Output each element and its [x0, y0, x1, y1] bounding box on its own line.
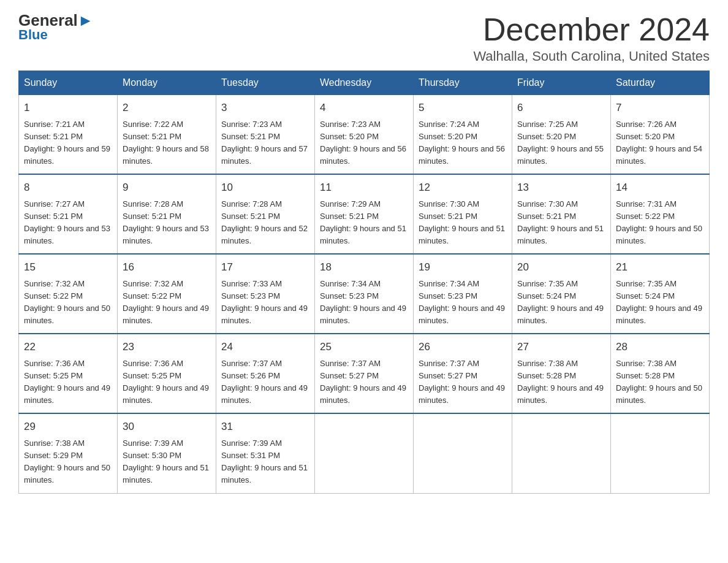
calendar-cell: 27Sunrise: 7:38 AMSunset: 5:28 PMDayligh…: [512, 334, 611, 413]
day-number: 31: [221, 419, 309, 435]
day-number: 22: [24, 339, 112, 355]
day-info: Sunrise: 7:27 AMSunset: 5:21 PMDaylight:…: [24, 198, 112, 248]
calendar-subtitle: Walhalla, South Carolina, United States: [473, 48, 710, 64]
calendar-cell: 7Sunrise: 7:26 AMSunset: 5:20 PMDaylight…: [611, 95, 710, 175]
day-info: Sunrise: 7:23 AMSunset: 5:21 PMDaylight:…: [221, 118, 309, 168]
calendar-cell: 19Sunrise: 7:34 AMSunset: 5:23 PMDayligh…: [414, 254, 512, 334]
day-number: 28: [616, 339, 704, 355]
calendar-cell: 28Sunrise: 7:38 AMSunset: 5:28 PMDayligh…: [611, 334, 710, 413]
page-header: General► Blue December 2024 Walhalla, So…: [18, 12, 710, 64]
day-number: 15: [24, 259, 112, 275]
calendar-week-2: 8Sunrise: 7:27 AMSunset: 5:21 PMDaylight…: [19, 174, 710, 254]
day-info: Sunrise: 7:37 AMSunset: 5:26 PMDaylight:…: [221, 358, 309, 407]
day-number: 7: [616, 100, 704, 116]
logo-blue-text: Blue: [18, 27, 48, 43]
calendar-cell: 15Sunrise: 7:32 AMSunset: 5:22 PMDayligh…: [19, 254, 118, 334]
day-number: 26: [419, 339, 507, 355]
calendar-week-4: 22Sunrise: 7:36 AMSunset: 5:25 PMDayligh…: [19, 334, 710, 413]
day-number: 30: [123, 419, 211, 435]
day-number: 12: [419, 180, 507, 196]
day-number: 6: [517, 100, 605, 116]
weekday-header-monday: Monday: [118, 71, 216, 95]
day-info: Sunrise: 7:32 AMSunset: 5:22 PMDaylight:…: [24, 278, 112, 327]
calendar-cell: [315, 413, 414, 493]
calendar-cell: 24Sunrise: 7:37 AMSunset: 5:26 PMDayligh…: [216, 334, 315, 413]
logo-general-text: General►: [18, 12, 94, 28]
calendar-cell: 13Sunrise: 7:30 AMSunset: 5:21 PMDayligh…: [512, 174, 611, 254]
calendar-cell: 4Sunrise: 7:23 AMSunset: 5:20 PMDaylight…: [315, 95, 414, 175]
weekday-header-tuesday: Tuesday: [216, 71, 315, 95]
calendar-cell: [611, 413, 710, 493]
day-info: Sunrise: 7:24 AMSunset: 5:20 PMDaylight:…: [419, 118, 507, 168]
day-info: Sunrise: 7:26 AMSunset: 5:20 PMDaylight:…: [616, 118, 704, 168]
day-number: 21: [616, 259, 704, 275]
calendar-cell: 6Sunrise: 7:25 AMSunset: 5:20 PMDaylight…: [512, 95, 611, 175]
day-number: 11: [320, 180, 408, 196]
calendar-cell: 5Sunrise: 7:24 AMSunset: 5:20 PMDaylight…: [414, 95, 512, 175]
calendar-cell: 14Sunrise: 7:31 AMSunset: 5:22 PMDayligh…: [611, 174, 710, 254]
day-number: 10: [221, 180, 309, 196]
calendar-cell: 22Sunrise: 7:36 AMSunset: 5:25 PMDayligh…: [19, 334, 118, 413]
logo: General► Blue: [18, 12, 94, 43]
calendar-week-3: 15Sunrise: 7:32 AMSunset: 5:22 PMDayligh…: [19, 254, 710, 334]
calendar-table: SundayMondayTuesdayWednesdayThursdayFrid…: [18, 71, 710, 493]
weekday-header-sunday: Sunday: [19, 71, 118, 95]
calendar-week-5: 29Sunrise: 7:38 AMSunset: 5:29 PMDayligh…: [19, 413, 710, 493]
day-number: 8: [24, 180, 112, 196]
day-number: 20: [517, 259, 605, 275]
day-info: Sunrise: 7:28 AMSunset: 5:21 PMDaylight:…: [123, 198, 211, 248]
calendar-week-1: 1Sunrise: 7:21 AMSunset: 5:21 PMDaylight…: [19, 95, 710, 175]
calendar-cell: 3Sunrise: 7:23 AMSunset: 5:21 PMDaylight…: [216, 95, 315, 175]
title-block: December 2024 Walhalla, South Carolina, …: [473, 12, 710, 64]
calendar-cell: 31Sunrise: 7:39 AMSunset: 5:31 PMDayligh…: [216, 413, 315, 493]
day-info: Sunrise: 7:21 AMSunset: 5:21 PMDaylight:…: [24, 118, 112, 168]
day-info: Sunrise: 7:33 AMSunset: 5:23 PMDaylight:…: [221, 278, 309, 327]
weekday-header-wednesday: Wednesday: [315, 71, 414, 95]
day-info: Sunrise: 7:29 AMSunset: 5:21 PMDaylight:…: [320, 198, 408, 248]
day-info: Sunrise: 7:34 AMSunset: 5:23 PMDaylight:…: [320, 278, 408, 327]
calendar-cell: 25Sunrise: 7:37 AMSunset: 5:27 PMDayligh…: [315, 334, 414, 413]
day-number: 29: [24, 419, 112, 435]
day-info: Sunrise: 7:38 AMSunset: 5:28 PMDaylight:…: [616, 358, 704, 407]
calendar-cell: [414, 413, 512, 493]
calendar-cell: [512, 413, 611, 493]
day-number: 18: [320, 259, 408, 275]
day-info: Sunrise: 7:35 AMSunset: 5:24 PMDaylight:…: [616, 278, 704, 327]
day-info: Sunrise: 7:37 AMSunset: 5:27 PMDaylight:…: [419, 358, 507, 407]
calendar-cell: 30Sunrise: 7:39 AMSunset: 5:30 PMDayligh…: [118, 413, 216, 493]
day-info: Sunrise: 7:39 AMSunset: 5:30 PMDaylight:…: [123, 437, 211, 487]
calendar-cell: 16Sunrise: 7:32 AMSunset: 5:22 PMDayligh…: [118, 254, 216, 334]
day-info: Sunrise: 7:36 AMSunset: 5:25 PMDaylight:…: [123, 358, 211, 407]
day-info: Sunrise: 7:22 AMSunset: 5:21 PMDaylight:…: [123, 118, 211, 168]
calendar-title: December 2024: [473, 12, 710, 47]
calendar-cell: 18Sunrise: 7:34 AMSunset: 5:23 PMDayligh…: [315, 254, 414, 334]
day-info: Sunrise: 7:23 AMSunset: 5:20 PMDaylight:…: [320, 118, 408, 168]
day-info: Sunrise: 7:28 AMSunset: 5:21 PMDaylight:…: [221, 198, 309, 248]
day-number: 9: [123, 180, 211, 196]
day-number: 19: [419, 259, 507, 275]
day-number: 24: [221, 339, 309, 355]
calendar-cell: 29Sunrise: 7:38 AMSunset: 5:29 PMDayligh…: [19, 413, 118, 493]
calendar-cell: 20Sunrise: 7:35 AMSunset: 5:24 PMDayligh…: [512, 254, 611, 334]
day-info: Sunrise: 7:37 AMSunset: 5:27 PMDaylight:…: [320, 358, 408, 407]
day-info: Sunrise: 7:39 AMSunset: 5:31 PMDaylight:…: [221, 437, 309, 487]
day-number: 4: [320, 100, 408, 116]
day-number: 23: [123, 339, 211, 355]
weekday-header-friday: Friday: [512, 71, 611, 95]
day-number: 27: [517, 339, 605, 355]
day-number: 2: [123, 100, 211, 116]
calendar-cell: 21Sunrise: 7:35 AMSunset: 5:24 PMDayligh…: [611, 254, 710, 334]
day-info: Sunrise: 7:38 AMSunset: 5:28 PMDaylight:…: [517, 358, 605, 407]
day-number: 1: [24, 100, 112, 116]
day-number: 13: [517, 180, 605, 196]
calendar-cell: 10Sunrise: 7:28 AMSunset: 5:21 PMDayligh…: [216, 174, 315, 254]
calendar-cell: 23Sunrise: 7:36 AMSunset: 5:25 PMDayligh…: [118, 334, 216, 413]
day-info: Sunrise: 7:30 AMSunset: 5:21 PMDaylight:…: [517, 198, 605, 248]
calendar-cell: 9Sunrise: 7:28 AMSunset: 5:21 PMDaylight…: [118, 174, 216, 254]
calendar-cell: 17Sunrise: 7:33 AMSunset: 5:23 PMDayligh…: [216, 254, 315, 334]
calendar-cell: 8Sunrise: 7:27 AMSunset: 5:21 PMDaylight…: [19, 174, 118, 254]
day-number: 25: [320, 339, 408, 355]
day-number: 17: [221, 259, 309, 275]
calendar-cell: 11Sunrise: 7:29 AMSunset: 5:21 PMDayligh…: [315, 174, 414, 254]
calendar-cell: 12Sunrise: 7:30 AMSunset: 5:21 PMDayligh…: [414, 174, 512, 254]
